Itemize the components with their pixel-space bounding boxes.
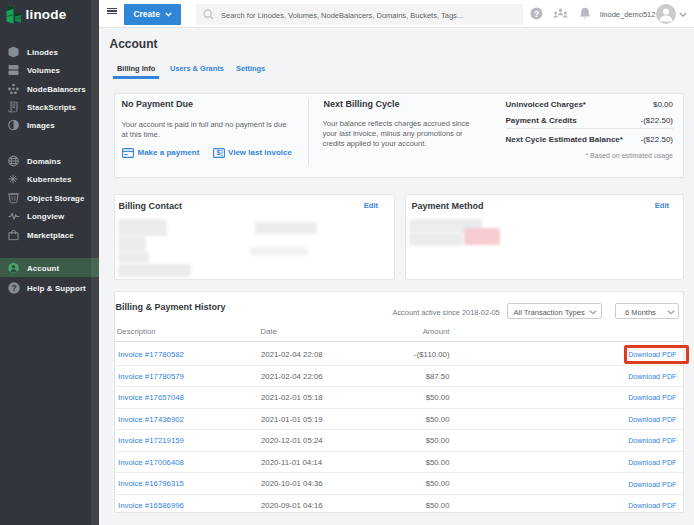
svg-text:?: ? [534,9,540,19]
svg-text:?: ? [11,283,16,293]
svg-text:$: $ [216,149,220,157]
